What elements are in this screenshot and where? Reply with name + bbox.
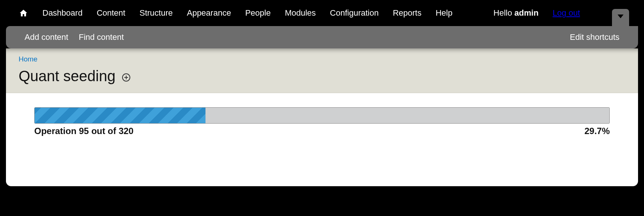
batch-progress: Operation 95 out of 320 29.7% [34, 107, 610, 136]
nav-reports[interactable]: Reports [393, 8, 421, 18]
toolbar-user-area: Hello admin Log out [494, 0, 629, 26]
breadcrumb-home[interactable]: Home [19, 55, 38, 63]
nav-structure[interactable]: Structure [140, 8, 173, 18]
progress-bar-fill [35, 108, 205, 123]
admin-toolbar: Dashboard Content Structure Appearance P… [0, 0, 644, 26]
shortcut-add-content[interactable]: Add content [25, 32, 68, 42]
shortcut-find-content[interactable]: Find content [79, 32, 124, 42]
page-body: Home Quant seeding Operation 95 out of 3… [6, 48, 638, 186]
nav-modules[interactable]: Modules [285, 8, 316, 18]
progress-message: Operation 95 out of 320 [34, 126, 134, 136]
shortcut-links: Add content Find content [25, 32, 124, 42]
breadcrumb: Home [19, 55, 625, 63]
nav-people[interactable]: People [245, 8, 271, 18]
progress-percent: 29.7% [584, 126, 610, 136]
nav-help[interactable]: Help [436, 8, 452, 18]
home-icon[interactable] [19, 8, 28, 18]
add-shortcut-icon[interactable] [122, 73, 130, 82]
page-title: Quant seeding [19, 68, 115, 85]
nav-content[interactable]: Content [97, 8, 125, 18]
toolbar-dropdown-toggle[interactable] [612, 9, 629, 26]
username: admin [514, 8, 539, 18]
page-header: Home Quant seeding [6, 48, 638, 93]
progress-bar-track [34, 107, 610, 124]
edit-shortcuts-link[interactable]: Edit shortcuts [570, 32, 619, 42]
nav-configuration[interactable]: Configuration [330, 8, 379, 18]
nav-dashboard[interactable]: Dashboard [42, 8, 83, 18]
greeting-prefix: Hello [494, 8, 514, 18]
chevron-down-icon [618, 15, 624, 18]
nav-appearance[interactable]: Appearance [187, 8, 231, 18]
toolbar-nav: Dashboard Content Structure Appearance P… [42, 8, 494, 18]
logout-link[interactable]: Log out [553, 8, 580, 18]
page-content: Operation 95 out of 320 29.7% [6, 93, 638, 150]
title-row: Quant seeding [19, 68, 625, 85]
user-greeting: Hello admin [494, 8, 539, 18]
shortcut-bar: Add content Find content Edit shortcuts [6, 26, 638, 48]
progress-meta: Operation 95 out of 320 29.7% [34, 126, 610, 136]
